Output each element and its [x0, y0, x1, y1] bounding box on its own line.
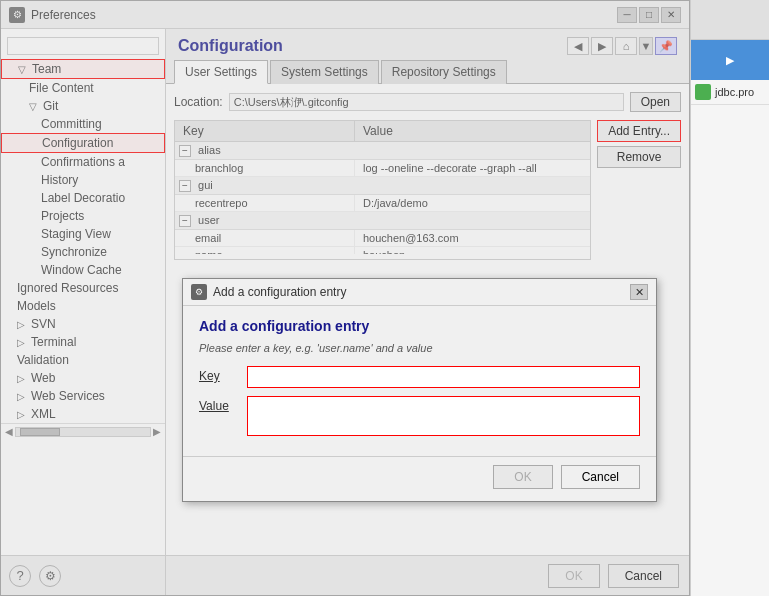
key-label: Key: [199, 366, 239, 383]
dialog-instruction: Please enter a key, e.g. 'user.name' and…: [199, 342, 640, 354]
dialog-body: Add a configuration entry Please enter a…: [183, 306, 656, 456]
dialog-ok-button[interactable]: OK: [493, 465, 552, 489]
dialog-cancel-button[interactable]: Cancel: [561, 465, 640, 489]
right-panel: ▶ jdbc.pro: [690, 0, 769, 596]
dialog-icon: ⚙: [191, 284, 207, 300]
right-panel-top: [691, 0, 769, 40]
dialog-title-left: ⚙ Add a configuration entry: [191, 284, 346, 300]
key-input[interactable]: [247, 366, 640, 388]
dialog-overlay: ⚙ Add a configuration entry ✕ Add a conf…: [0, 0, 690, 596]
dialog-value-field: Value: [199, 396, 640, 436]
value-label: Value: [199, 396, 239, 413]
add-config-dialog: ⚙ Add a configuration entry ✕ Add a conf…: [182, 278, 657, 502]
dialog-close-button[interactable]: ✕: [630, 284, 648, 300]
dialog-title-text: Add a configuration entry: [213, 285, 346, 299]
dialog-buttons: OK Cancel: [183, 456, 656, 501]
right-panel-jdbc-item[interactable]: jdbc.pro: [691, 80, 769, 105]
dialog-heading: Add a configuration entry: [199, 318, 640, 334]
dialog-key-field: Key: [199, 366, 640, 388]
jdbc-icon: [695, 84, 711, 100]
jdbc-label: jdbc.pro: [715, 86, 754, 98]
dialog-titlebar: ⚙ Add a configuration entry ✕: [183, 279, 656, 306]
value-input[interactable]: [247, 396, 640, 436]
